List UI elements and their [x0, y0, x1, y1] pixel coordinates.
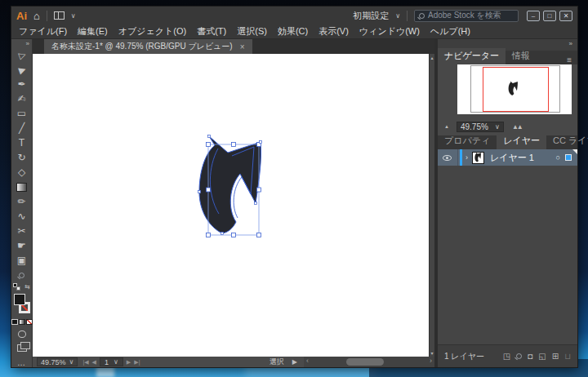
- panel-menu-icon[interactable]: ≡: [567, 55, 577, 64]
- previous-artboard-icon[interactable]: ◀: [92, 359, 96, 366]
- first-artboard-icon[interactable]: |◀: [82, 359, 88, 366]
- rotate-tool[interactable]: ↻: [11, 150, 33, 165]
- maximize-button[interactable]: □: [543, 11, 556, 21]
- tab-cc-libraries[interactable]: CC ライブラリ: [546, 133, 588, 149]
- zoom-tool-icon: [19, 273, 24, 278]
- document-tab-bar: 名称未設定-1* @ 49.75% (RGB/GPU プレビュー) ×: [33, 39, 434, 54]
- scissors-tool[interactable]: ✂: [11, 224, 33, 238]
- new-layer-icon[interactable]: ⊞: [552, 352, 559, 361]
- type-tool[interactable]: T: [11, 135, 33, 150]
- edit-toolbar-icon[interactable]: …: [17, 358, 26, 367]
- gradient-tool[interactable]: [11, 180, 33, 194]
- menu-view[interactable]: 表示(V): [318, 25, 349, 38]
- canvas[interactable]: [33, 54, 429, 357]
- fill-stroke-indicator: [11, 292, 33, 315]
- zoom-out-icon[interactable]: ▲: [444, 124, 449, 129]
- layers-panel-footer: 1 レイヤー ◳ ◘ ◱ ⊞ ⊔: [438, 344, 577, 367]
- new-sublayer-icon[interactable]: ◱: [538, 352, 546, 361]
- status-bar: 49.75% ∨ |◀ ◀ 1 ∨ ▶ ▶| 選択 ▶ ‹ ›: [33, 357, 434, 367]
- divider: [407, 11, 408, 21]
- menu-select[interactable]: 選択(S): [237, 25, 267, 38]
- paintbrush-tool[interactable]: ✍: [11, 91, 33, 106]
- screen-mode-icon[interactable]: [17, 344, 27, 352]
- navigator-zoom-dropdown[interactable]: 49.75% ∨: [457, 122, 504, 132]
- home-icon[interactable]: ⌂: [33, 11, 40, 21]
- divider: [47, 11, 47, 21]
- artboard-number-dropdown[interactable]: 1 ∨: [100, 357, 123, 366]
- menu-effect[interactable]: 効果(C): [278, 25, 308, 38]
- chevron-down-icon: ∨: [495, 123, 500, 131]
- layers-panel: › レイヤー 1 ○: [438, 149, 577, 344]
- next-artboard-icon[interactable]: ▶: [127, 359, 131, 366]
- line-segment-tool[interactable]: ╱: [11, 121, 33, 135]
- default-fill-stroke-icon[interactable]: [13, 283, 20, 291]
- hand-tool[interactable]: ☛: [11, 238, 33, 253]
- rectangle-tool[interactable]: ▭: [11, 106, 33, 121]
- color-button[interactable]: [11, 319, 18, 325]
- chevron-down-icon[interactable]: ∨: [71, 12, 76, 20]
- tab-properties[interactable]: プロパティ: [438, 133, 497, 149]
- eraser-tool[interactable]: ◇: [11, 165, 33, 180]
- horizontal-scrollbar-thumb[interactable]: [346, 358, 384, 366]
- menu-window[interactable]: ウィンドウ(W): [359, 25, 420, 38]
- menu-edit[interactable]: 編集(E): [78, 25, 108, 38]
- menu-help[interactable]: ヘルプ(H): [430, 25, 470, 38]
- shaper-tool[interactable]: ∿: [11, 209, 33, 224]
- layer-selection-bar: [460, 149, 462, 166]
- swap-fill-stroke-icon[interactable]: ⇆: [24, 283, 30, 291]
- tab-navigator[interactable]: ナビゲーター: [438, 48, 506, 64]
- last-artboard-icon[interactable]: ▶|: [134, 359, 140, 366]
- status-expand-icon[interactable]: ▶: [292, 358, 297, 366]
- arrange-documents-icon[interactable]: [54, 11, 65, 20]
- workspace-switcher[interactable]: 初期設定: [353, 10, 389, 22]
- zoom-level-value: 49.75%: [41, 358, 66, 366]
- navigator-preview[interactable]: [457, 64, 572, 114]
- gradient-button[interactable]: [19, 319, 25, 325]
- menu-file[interactable]: ファイル(F): [19, 25, 67, 38]
- adobe-stock-search-input[interactable]: Adobe Stock を検索: [414, 10, 519, 22]
- gradient-tool-icon: [16, 183, 27, 192]
- fill-swatch-black[interactable]: [14, 294, 25, 305]
- visibility-eye-icon[interactable]: [443, 155, 452, 161]
- locate-object-icon[interactable]: [516, 353, 522, 359]
- layer-name[interactable]: レイヤー 1: [490, 152, 534, 164]
- horizontal-scrollbar[interactable]: ‹ ›: [304, 357, 434, 367]
- drawing-mode-icon[interactable]: [18, 330, 26, 339]
- zoom-level-dropdown[interactable]: 49.75% ∨: [37, 357, 78, 366]
- close-tab-icon[interactable]: ×: [240, 42, 245, 51]
- target-circle-icon[interactable]: ○: [556, 153, 560, 162]
- chevron-down-icon[interactable]: ∨: [395, 12, 400, 20]
- illustrator-window: Ai ⌂ ∨ 初期設定 ∨ Adobe Stock を検索 – □ ✕: [11, 7, 577, 367]
- vertical-scrollbar[interactable]: ▴ ▾: [429, 54, 434, 357]
- expand-layer-icon[interactable]: ›: [466, 153, 468, 162]
- zoom-tool[interactable]: [11, 268, 33, 282]
- search-icon: [419, 13, 425, 19]
- navigator-panel: ▲ 49.75% ∨ ▲▲: [438, 64, 577, 139]
- layer-count-label: 1 レイヤー: [444, 351, 484, 362]
- menu-type[interactable]: 書式(T): [197, 25, 226, 38]
- tab-info[interactable]: 情報: [506, 48, 537, 64]
- collapse-panels-icon[interactable]: »: [569, 40, 572, 47]
- document-tab[interactable]: 名称未設定-1* @ 49.75% (RGB/GPU プレビュー) ×: [44, 39, 252, 54]
- pencil-tool[interactable]: ✏: [11, 194, 33, 209]
- minimize-button[interactable]: –: [527, 11, 540, 21]
- scroll-right-icon[interactable]: ›: [430, 357, 432, 365]
- menu-bar: ファイル(F) 編集(E) オブジェクト(O) 書式(T) 選択(S) 効果(C…: [11, 24, 577, 39]
- document-tab-title: 名称未設定-1* @ 49.75% (RGB/GPU プレビュー): [51, 41, 233, 52]
- collect-for-export-icon[interactable]: ◳: [503, 352, 510, 361]
- menu-object[interactable]: オブジェクト(O): [118, 25, 186, 38]
- layer-thumbnail[interactable]: [472, 152, 484, 164]
- delete-layer-icon[interactable]: ⊔: [564, 352, 571, 361]
- status-tool-label: 選択: [270, 357, 284, 367]
- close-button[interactable]: ✕: [559, 11, 572, 21]
- layer-row[interactable]: › レイヤー 1 ○: [438, 149, 577, 166]
- selection-indicator[interactable]: [565, 154, 572, 161]
- scroll-left-icon[interactable]: ‹: [306, 357, 309, 365]
- none-button[interactable]: [26, 319, 33, 325]
- artwork-arrow[interactable]: [196, 131, 278, 246]
- make-clipping-mask-icon[interactable]: ◘: [528, 352, 532, 361]
- tab-layers[interactable]: レイヤー: [497, 133, 546, 149]
- navigator-zoom-controls: ▲ 49.75% ∨ ▲▲: [438, 118, 577, 135]
- artboard-tool[interactable]: ▣: [11, 253, 33, 268]
- zoom-in-icon[interactable]: ▲▲: [512, 123, 522, 131]
